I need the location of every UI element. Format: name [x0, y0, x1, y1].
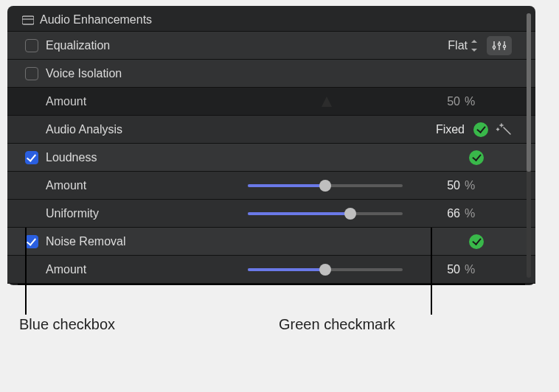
section-title: Audio Enhancements	[40, 13, 152, 27]
noise-removal-amount-slider[interactable]	[248, 261, 403, 279]
loudness-uniformity-value: 66	[414, 207, 460, 220]
svg-point-3	[493, 46, 495, 48]
voice-isolation-row: Voice Isolation	[7, 60, 535, 88]
checkmark-icon	[469, 234, 484, 249]
audio-enhancements-panel: Audio Enhancements Equalization Flat Voi…	[7, 6, 535, 285]
noise-removal-row: Noise Removal	[7, 228, 535, 256]
equalizer-button[interactable]	[487, 36, 512, 55]
noise-removal-checkbox[interactable]	[25, 235, 38, 248]
loudness-uniformity-row: Uniformity 66 %	[7, 200, 535, 228]
checkmark-icon	[469, 150, 484, 165]
checkmark-icon	[473, 122, 488, 137]
section-header: Audio Enhancements	[7, 10, 535, 32]
loudness-uniformity-slider[interactable]	[248, 205, 403, 223]
callout-blue-checkbox: Blue checkbox	[19, 316, 115, 333]
callout-green-checkmark: Green checkmark	[279, 316, 395, 333]
loudness-amount-value: 50	[414, 179, 460, 192]
audio-analysis-label: Audio Analysis	[46, 123, 122, 136]
loudness-amount-label: Amount	[46, 179, 86, 192]
noise-removal-amount-row: Amount 50 %	[7, 256, 535, 284]
voice-isolation-label: Voice Isolation	[46, 67, 122, 80]
audio-analysis-row: Audio Analysis Fixed	[7, 116, 535, 144]
nr-amount-value: 50	[414, 263, 460, 276]
chevron-updown-icon	[471, 40, 478, 52]
loudness-uniformity-label: Uniformity	[46, 207, 99, 220]
loudness-row: Loudness	[7, 144, 535, 172]
svg-point-5	[498, 43, 500, 45]
loudness-amount-row: Amount 50 %	[7, 172, 535, 200]
panel-bottom-divider	[18, 284, 525, 285]
loudness-amount-unit: %	[465, 179, 481, 192]
vi-amount-unit: %	[465, 95, 481, 108]
audio-analysis-status: Fixed	[436, 123, 465, 136]
vi-amount-slider-track-empty[interactable]	[320, 95, 333, 108]
svg-point-7	[503, 45, 505, 47]
loudness-label: Loudness	[46, 151, 97, 164]
scrollbar-thumb[interactable]	[527, 13, 531, 172]
svg-rect-0	[22, 16, 34, 24]
nr-amount-label: Amount	[46, 263, 86, 276]
vi-amount-value: 50	[414, 95, 460, 108]
magic-wand-icon[interactable]	[496, 121, 512, 139]
vi-amount-label: Amount	[46, 95, 86, 108]
nr-amount-unit: %	[465, 263, 481, 276]
voice-isolation-checkbox[interactable]	[25, 67, 38, 80]
voice-isolation-amount-row: Amount 50 %	[7, 88, 535, 116]
noise-removal-label: Noise Removal	[46, 235, 125, 248]
equalization-label: Equalization	[46, 39, 110, 52]
equalization-checkbox[interactable]	[25, 39, 38, 52]
collapse-icon[interactable]	[22, 15, 34, 25]
equalization-row: Equalization Flat	[7, 32, 535, 60]
scrollbar[interactable]	[527, 13, 531, 278]
loudness-uniformity-unit: %	[465, 207, 481, 220]
svg-line-12	[504, 127, 510, 134]
equalization-preset-value: Flat	[448, 39, 468, 52]
loudness-checkbox[interactable]	[25, 151, 38, 164]
callouts: Blue checkbox Green checkmark	[0, 293, 559, 343]
equalization-preset-dropdown[interactable]: Flat	[448, 39, 478, 52]
loudness-amount-slider[interactable]	[248, 177, 403, 195]
